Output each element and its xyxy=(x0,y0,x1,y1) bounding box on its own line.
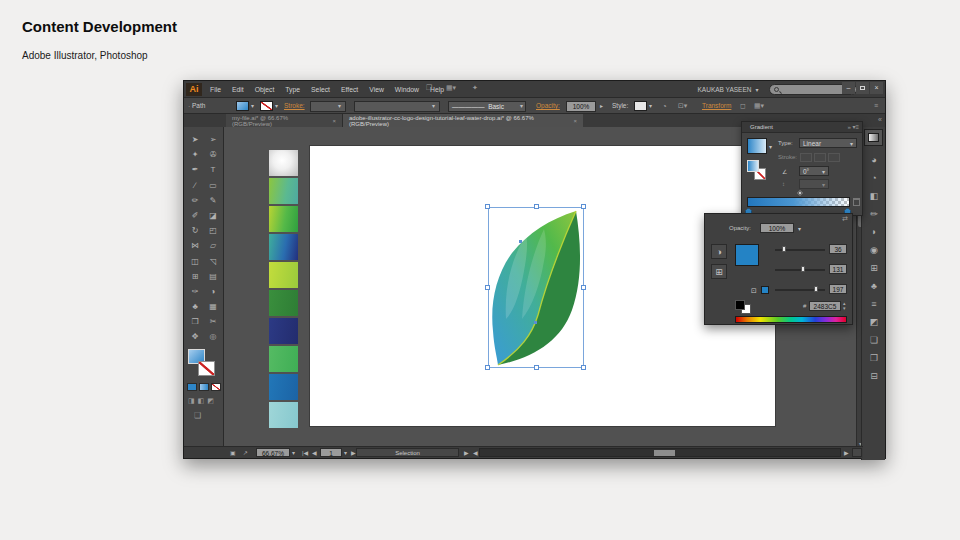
align-panel-icon[interactable]: ⊟ xyxy=(870,367,878,385)
restore-button[interactable] xyxy=(856,82,869,94)
menu-object[interactable]: Object xyxy=(255,86,275,93)
swatches-tab-icon[interactable]: ⊞ xyxy=(711,264,727,279)
gradient-panel-dock-icon[interactable] xyxy=(864,129,883,146)
dock-expand-icon[interactable]: « xyxy=(878,116,882,123)
swatch-yellowgreen-green[interactable] xyxy=(269,206,298,232)
symbol-sprayer-tool[interactable]: ♣ xyxy=(186,299,204,314)
line-segment-tool[interactable]: ∕ xyxy=(186,178,204,193)
zoom-level-field[interactable]: 66.67% xyxy=(256,448,290,457)
blob-brush-tool[interactable]: ✐ xyxy=(186,208,204,223)
free-transform-tool[interactable]: ▱ xyxy=(204,238,222,253)
selection-handle[interactable] xyxy=(485,204,490,209)
graphic-styles-panel-icon[interactable]: ◩ xyxy=(870,313,879,331)
path-anchor[interactable] xyxy=(519,240,522,243)
menu-effect[interactable]: Effect xyxy=(341,86,358,93)
first-artboard-icon[interactable]: |◀ xyxy=(302,449,308,456)
swatch-green-teal[interactable] xyxy=(269,178,298,204)
color-spectrum-bar[interactable] xyxy=(735,316,847,323)
recolor-artwork-icon[interactable]: ◔ xyxy=(662,102,667,111)
menu-select[interactable]: Select xyxy=(311,86,330,93)
artboards-panel-icon[interactable]: ❐ xyxy=(870,349,878,367)
selection-handle[interactable] xyxy=(581,285,586,290)
swatch-dark-green[interactable] xyxy=(269,290,298,316)
prev-artboard-icon[interactable]: ◀ xyxy=(312,449,317,456)
shape-builder-tool[interactable]: ◫ xyxy=(186,254,204,269)
scroll-right-icon[interactable]: ▶ xyxy=(844,449,849,456)
swatch-blue[interactable] xyxy=(269,374,298,400)
fill-chevron-icon[interactable]: ▾ xyxy=(251,102,254,109)
selection-handle[interactable] xyxy=(581,365,586,370)
zoom-tool[interactable]: ◎ xyxy=(204,329,222,344)
transform-link[interactable]: Transform xyxy=(702,102,731,109)
minimize-button[interactable]: – xyxy=(842,82,855,94)
gradient-midpoint-handle[interactable] xyxy=(797,190,803,196)
selection-handle[interactable] xyxy=(534,204,539,209)
swatch-white-radial[interactable] xyxy=(269,150,298,176)
panel-menu-icon[interactable]: ≡ xyxy=(874,102,878,109)
opacity-link[interactable]: Opacity: xyxy=(536,102,560,109)
opacity-chevron-icon[interactable]: ▸ xyxy=(600,102,603,109)
b-slider-thumb[interactable] xyxy=(814,286,818,292)
brushes-panel-icon[interactable]: ✏ xyxy=(870,205,878,223)
type-tool[interactable]: T xyxy=(204,162,222,177)
slice-tool[interactable]: ✂ xyxy=(204,314,222,329)
document-tab-1[interactable]: my-file.ai* @ 66.67% (RGB/Preview) × xyxy=(226,114,343,127)
next-artboard-icon[interactable]: ▶ xyxy=(351,449,356,456)
pen-tool[interactable]: ✒ xyxy=(186,162,204,177)
lasso-tool[interactable]: ✇ xyxy=(204,147,222,162)
stroke-link[interactable]: Stroke: xyxy=(284,102,305,109)
type-chevron-icon[interactable]: ▾ xyxy=(850,140,853,147)
gradient-type-dropdown[interactable]: Linear xyxy=(799,138,857,148)
artboard-tool[interactable]: ❒ xyxy=(186,314,204,329)
gradient-tool-panel-icon[interactable]: ◗ xyxy=(871,223,876,241)
export-icon[interactable]: ↗ xyxy=(243,449,248,456)
color-panel-icon[interactable]: ◕ xyxy=(871,151,876,169)
align-options-icon[interactable]: ⊡▾ xyxy=(678,102,687,110)
appearance-panel-icon[interactable]: ◉ xyxy=(870,241,878,259)
angle-chevron-icon[interactable]: ▾ xyxy=(822,168,825,175)
panel-menu-icon[interactable]: ▾≡ xyxy=(852,124,859,130)
panel-collapse-icon[interactable]: » xyxy=(847,124,850,130)
menu-window[interactable]: Window xyxy=(395,86,419,93)
close-tab-icon[interactable]: × xyxy=(573,118,577,124)
arrange-documents-icon[interactable]: ❒ xyxy=(426,84,432,92)
none-mode-button[interactable] xyxy=(211,383,221,391)
swatches-panel-icon[interactable]: ⊞ xyxy=(870,259,878,277)
b-value-field[interactable]: 197 xyxy=(829,284,847,294)
stop-opacity-chevron-icon[interactable]: ▾ xyxy=(798,225,801,232)
artboard-number-field[interactable]: 1 xyxy=(320,448,342,457)
close-button[interactable]: × xyxy=(870,82,883,94)
popup-flyout-icon[interactable]: ⇄ xyxy=(842,215,848,223)
brush-definition-dropdown[interactable]: ————— Basic xyxy=(448,101,526,112)
selection-handle[interactable] xyxy=(485,285,490,290)
delete-stop-icon[interactable] xyxy=(853,198,860,206)
stroke-proxy-swatch[interactable] xyxy=(198,361,215,376)
r-value-field[interactable]: 36 xyxy=(829,244,847,254)
artboard-chevron-icon[interactable]: ▾ xyxy=(344,449,347,456)
horizontal-scrollbar-thumb[interactable] xyxy=(654,450,675,456)
paintbrush-tool[interactable]: ✏ xyxy=(186,193,204,208)
menu-type[interactable]: Type xyxy=(285,86,300,93)
gradient-tool[interactable]: ▤ xyxy=(204,269,222,284)
rectangle-tool[interactable]: ▭ xyxy=(204,178,222,193)
gradient-mode-button[interactable] xyxy=(199,383,209,391)
select-similar-icon[interactable]: ▦▾ xyxy=(754,102,764,110)
path-anchor[interactable] xyxy=(534,321,537,324)
g-value-field[interactable]: 131 xyxy=(829,264,847,274)
status-expand-icon[interactable]: ▶ xyxy=(464,449,469,456)
gradient-fill-proxy[interactable] xyxy=(747,160,759,172)
selection-handle[interactable] xyxy=(534,365,539,370)
close-tab-icon[interactable]: × xyxy=(332,118,336,124)
transparency-panel-icon[interactable]: ◧ xyxy=(870,187,879,205)
leaf-artwork[interactable] xyxy=(488,207,584,368)
b-slider-track[interactable] xyxy=(775,289,825,291)
brush-chevron-icon[interactable]: ▾ xyxy=(520,102,523,109)
g-slider-thumb[interactable] xyxy=(801,266,805,272)
symbols-panel-icon[interactable]: ♣ xyxy=(871,277,877,295)
opacity-field[interactable]: 100% xyxy=(566,101,596,112)
stroke-panel-icon[interactable]: ≡ xyxy=(871,295,876,313)
isolate-selection-icon[interactable]: ◻ xyxy=(740,102,746,110)
swatch-teal-navy[interactable] xyxy=(269,234,298,260)
color-tab-icon[interactable]: ◑ xyxy=(711,244,727,259)
swatch-navy[interactable] xyxy=(269,318,298,344)
